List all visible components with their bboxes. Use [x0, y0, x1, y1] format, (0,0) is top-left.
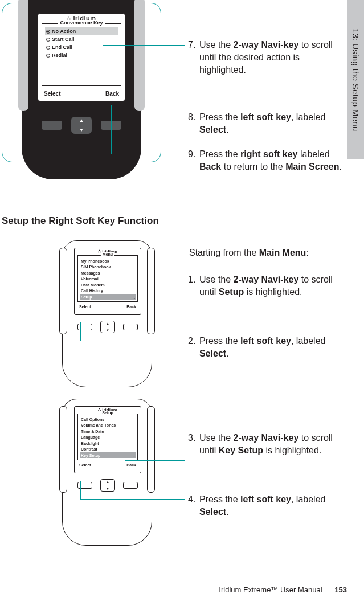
- menu-item[interactable]: Voicemail: [80, 276, 136, 283]
- section-heading: Setup the Right Soft Key Function: [2, 215, 159, 227]
- left-soft-key[interactable]: [77, 482, 92, 489]
- footer-title: Iridium Extreme™ User Manual: [219, 586, 322, 594]
- callout-line: [111, 105, 112, 154]
- callout-line: [80, 322, 81, 341]
- callout-line: [80, 481, 81, 499]
- softkey-labels: Select Back: [79, 463, 136, 467]
- phone-screen: ∴ iridium Menu My Phonebook SIM Phoneboo…: [74, 248, 141, 315]
- menu-frame: Menu My Phonebook SIM Phonebook Messages…: [77, 255, 138, 302]
- right-soft-key[interactable]: [123, 324, 138, 330]
- callout-line: [111, 154, 185, 154]
- menu-item-setup[interactable]: Setup: [80, 294, 136, 300]
- menu-item[interactable]: Language: [80, 435, 136, 441]
- callout-line: [80, 341, 185, 341]
- menu-item[interactable]: Data Modem: [80, 282, 136, 288]
- page: 13: Using the Setup Menu ∴ iridium Conve…: [0, 0, 364, 610]
- callout-frame: [2, 3, 161, 162]
- callout-line: [51, 117, 185, 117]
- menu-item[interactable]: Call History: [80, 288, 136, 294]
- step-8: 8. Press the left soft key, labeled Sele…: [199, 111, 342, 136]
- scroll-down-icon: ↓: [133, 295, 136, 300]
- menu-item[interactable]: Messages: [80, 270, 136, 276]
- softkey-left-label: Select: [79, 463, 91, 467]
- menu-list: Call Options Volume and Tones Time & Dat…: [78, 414, 137, 458]
- right-soft-key[interactable]: [123, 482, 138, 489]
- keypad-row: ▲▼: [77, 479, 138, 492]
- navi-key[interactable]: ▲▼: [100, 321, 115, 333]
- menu-item[interactable]: Call Options: [80, 416, 136, 423]
- phone-figure-setup: ∴ iridium Setup Call Options Volume and …: [54, 409, 159, 540]
- chapter-tab-label: 13: Using the Setup Menu: [351, 28, 361, 132]
- keypad-row: ▲▼: [77, 321, 138, 333]
- menu-item-key-setup[interactable]: Key Setup: [80, 452, 136, 458]
- menu-item[interactable]: Volume and Tones: [80, 423, 136, 429]
- intro-text: Starting from the Main Menu:: [189, 247, 343, 259]
- page-number: 153: [334, 586, 347, 594]
- callout-line: [80, 499, 185, 500]
- callout-line: [125, 302, 185, 302]
- top-phone-figure: ∴ iridium Convenience Key No Action Star…: [2, 3, 161, 162]
- scroll-down-icon: ↓: [133, 453, 136, 458]
- menu-title: Menu: [101, 252, 114, 256]
- step-9: 9. Press the right soft key labeled Back…: [199, 148, 347, 173]
- step-7: 7. Use the 2-way Navi-key to scroll unti…: [199, 39, 342, 76]
- menu-title: Setup: [100, 411, 114, 415]
- phone-body: ∴ iridium Setup Call Options Volume and …: [62, 399, 152, 546]
- callout-line: [125, 460, 185, 461]
- menu-item[interactable]: My Phonebook: [80, 258, 136, 264]
- menu-list: My Phonebook SIM Phonebook Messages Voic…: [78, 256, 137, 300]
- softkey-left-label: Select: [79, 305, 91, 309]
- phone-body: ∴ iridium Menu My Phonebook SIM Phoneboo…: [62, 240, 152, 387]
- step-2: 2. Press the left soft key, labeled Sele…: [199, 335, 342, 360]
- step-3: 3. Use the 2-way Navi-key to scroll unti…: [199, 432, 342, 457]
- softkey-right-label: Back: [126, 305, 136, 309]
- menu-frame: Setup Call Options Volume and Tones Time…: [77, 414, 138, 460]
- page-footer: Iridium Extreme™ User Manual 153: [219, 586, 347, 594]
- phone-screen: ∴ iridium Setup Call Options Volume and …: [74, 406, 141, 473]
- callout-line: [51, 105, 51, 137]
- softkey-right-label: Back: [126, 463, 136, 467]
- phone-figure-menu: ∴ iridium Menu My Phonebook SIM Phoneboo…: [54, 251, 159, 382]
- navi-key[interactable]: ▲▼: [100, 479, 115, 492]
- softkey-labels: Select Back: [79, 305, 136, 309]
- menu-item[interactable]: Time & Date: [80, 428, 136, 435]
- left-soft-key[interactable]: [77, 324, 92, 330]
- step-4: 4. Press the left soft key, labeled Sele…: [199, 493, 342, 518]
- menu-item[interactable]: Contrast: [80, 447, 136, 453]
- chapter-tab: 13: Using the Setup Menu: [347, 0, 364, 159]
- menu-item[interactable]: Backlight: [80, 440, 136, 447]
- callout-line: [103, 45, 185, 46]
- menu-item[interactable]: SIM Phonebook: [80, 264, 136, 271]
- step-1: 1. Use the 2-way Navi-key to scroll unti…: [199, 273, 342, 298]
